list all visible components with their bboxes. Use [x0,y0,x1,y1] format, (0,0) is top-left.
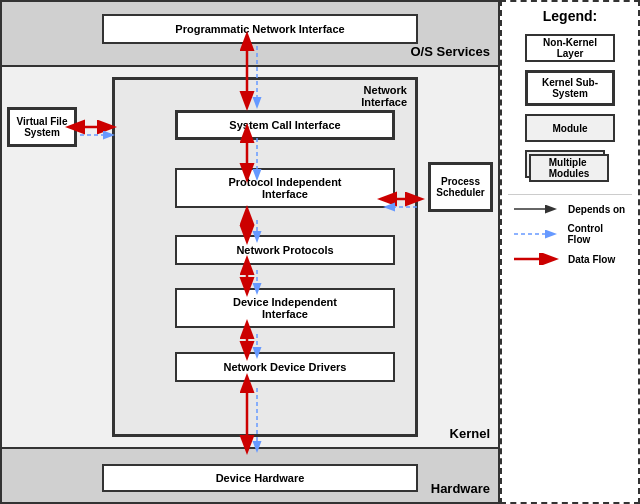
legend-panel: Legend: Non-KernelLayer Kernel Sub-Syste… [500,0,640,504]
legend-multiple-inner: MultipleModules [529,154,609,182]
kernel-label: Kernel [450,426,490,441]
dev-indep-label: Device IndependentInterface [233,296,337,320]
data-flow-label: Data Flow [568,254,615,265]
legend-kernel-sub-box: Kernel Sub-System [525,70,615,106]
syscall-box: System Call Interface [175,110,395,140]
legend-multiple-box: MultipleModules [525,150,615,186]
proto-indep-label: Protocol IndependentInterface [228,176,341,200]
vfs-label: Virtual FileSystem [17,116,68,138]
net-dev-drivers-box: Network Device Drivers [175,352,395,382]
diagram-area: O/S Services Hardware Kernel Programmati… [0,0,500,504]
legend-module-label: Module [553,123,588,134]
prog-net-interface-label: Programmatic Network Interface [175,23,344,35]
control-flow-label: Control Flow [568,223,629,245]
depends-on-label: Depends on [568,204,625,215]
dev-hw-box: Device Hardware [102,464,418,492]
legend-non-kernel-label: Non-KernelLayer [543,37,597,59]
network-interface-label: NetworkInterface [361,84,407,108]
dev-indep-box: Device IndependentInterface [175,288,395,328]
proc-sched-box: ProcessScheduler [428,162,493,212]
legend-control-flow: Control Flow [508,223,632,245]
legend-multiple-label: MultipleModules [549,157,590,179]
legend-multiple: MultipleModules [508,150,632,186]
legend-kernel-sub: Kernel Sub-System [508,70,632,106]
os-services-label: O/S Services [411,44,491,59]
syscall-label: System Call Interface [229,119,340,131]
legend-non-kernel-box: Non-KernelLayer [525,34,615,62]
legend-kernel-sub-label: Kernel Sub-System [542,77,598,99]
depends-on-icon [512,203,562,215]
hardware-label: Hardware [431,481,490,496]
proc-sched-label: ProcessScheduler [436,176,484,198]
net-protocols-label: Network Protocols [236,244,333,256]
net-dev-drivers-label: Network Device Drivers [224,361,347,373]
vfs-box: Virtual FileSystem [7,107,77,147]
proto-indep-box: Protocol IndependentInterface [175,168,395,208]
data-flow-icon [512,253,562,265]
control-flow-icon [512,228,562,240]
network-interface-box: NetworkInterface System Call Interface P… [112,77,418,437]
legend-non-kernel: Non-KernelLayer [508,34,632,62]
dev-hw-label: Device Hardware [216,472,305,484]
prog-net-interface-box: Programmatic Network Interface [102,14,418,44]
legend-divider-1 [508,194,632,195]
legend-module: Module [508,114,632,142]
legend-module-box: Module [525,114,615,142]
legend-data-flow: Data Flow [508,253,632,265]
legend-depends-on: Depends on [508,203,632,215]
net-protocols-box: Network Protocols [175,235,395,265]
legend-title: Legend: [508,8,632,24]
